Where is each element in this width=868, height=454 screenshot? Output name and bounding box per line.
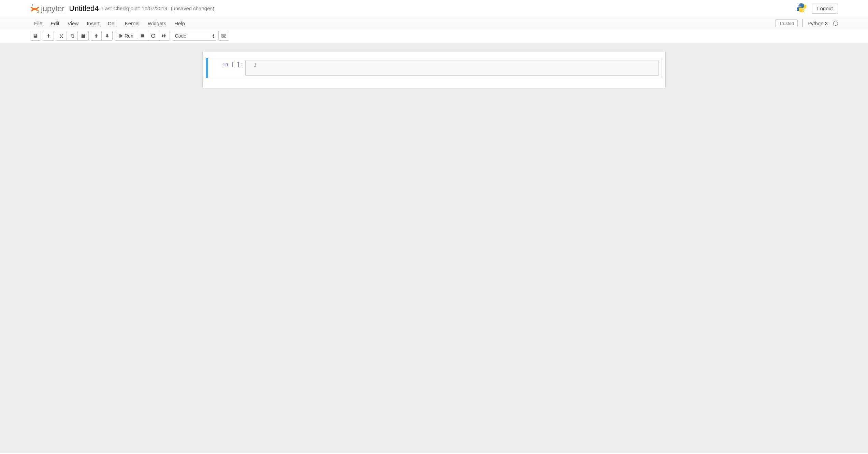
restart-run-all-button[interactable] — [159, 31, 170, 41]
code-cell[interactable]: In [ ]: 1 — [206, 58, 662, 78]
fast-forward-icon — [162, 33, 167, 38]
run-button[interactable]: Run — [115, 31, 137, 41]
menu-kernel[interactable]: Kernel — [121, 18, 144, 29]
move-down-button[interactable] — [102, 31, 113, 41]
menubar-right: Trusted Python 3 — [775, 19, 838, 27]
jupyter-logo[interactable]: jupyter — [30, 4, 64, 13]
save-icon — [33, 33, 38, 38]
svg-point-2 — [799, 4, 800, 5]
scissors-icon — [59, 33, 64, 38]
jupyter-logo-text: jupyter — [41, 4, 64, 13]
keyboard-icon — [221, 33, 226, 38]
stop-icon — [140, 33, 145, 38]
notebook-area: In [ ]: 1 — [0, 43, 868, 453]
cell-prompt: In [ ]: — [208, 60, 245, 76]
paste-button[interactable] — [78, 31, 89, 41]
run-button-label: Run — [125, 33, 133, 39]
copy-icon — [70, 33, 75, 38]
svg-rect-9 — [224, 35, 225, 35]
paste-icon — [81, 33, 86, 38]
play-step-icon — [118, 33, 123, 38]
arrow-up-icon — [94, 33, 99, 38]
line-number: 1 — [246, 60, 259, 75]
logout-button[interactable]: Logout — [812, 3, 838, 14]
kernel-separator — [802, 19, 803, 27]
unsaved-changes-label: (unsaved changes) — [171, 5, 214, 11]
arrow-down-icon — [105, 33, 110, 38]
move-group — [91, 31, 113, 41]
kernel-name[interactable]: Python 3 — [808, 20, 828, 26]
svg-point-3 — [802, 10, 804, 11]
menu-edit[interactable]: Edit — [46, 18, 63, 29]
restart-icon — [151, 33, 156, 38]
menubar-container: File Edit View Insert Cell Kernel Widget… — [0, 17, 868, 43]
stop-button[interactable] — [137, 31, 148, 41]
cell-type-select-wrap: Code ▴▾ — [172, 31, 216, 41]
svg-rect-7 — [223, 35, 223, 35]
svg-point-1 — [37, 12, 39, 13]
jupyter-logo-icon — [30, 4, 40, 13]
svg-rect-11 — [222, 36, 225, 36]
cell-type-select[interactable]: Code — [172, 31, 216, 41]
svg-rect-5 — [221, 34, 226, 37]
clipboard-group — [56, 31, 89, 41]
menu-help[interactable]: Help — [170, 18, 189, 29]
trusted-indicator[interactable]: Trusted — [775, 19, 798, 27]
command-palette-button[interactable] — [218, 31, 229, 41]
svg-rect-4 — [141, 34, 144, 37]
notebook-title[interactable]: Untitled4 — [69, 4, 99, 13]
code-input[interactable] — [259, 60, 659, 75]
menu-view[interactable]: View — [63, 18, 83, 29]
python-logo-icon — [796, 3, 807, 14]
menu-cell[interactable]: Cell — [104, 18, 121, 29]
run-group: Run — [115, 31, 170, 41]
svg-rect-6 — [222, 35, 222, 35]
notebook-container: In [ ]: 1 — [203, 52, 665, 88]
copy-button[interactable] — [67, 31, 78, 41]
svg-point-0 — [32, 4, 33, 5]
menu-file[interactable]: File — [30, 18, 46, 29]
header-right: Logout — [796, 3, 838, 14]
cut-button[interactable] — [56, 31, 67, 41]
svg-rect-10 — [225, 35, 225, 35]
checkpoint-label: Last Checkpoint: 10/07/2019 — [102, 5, 167, 11]
restart-button[interactable] — [148, 31, 159, 41]
svg-rect-8 — [223, 35, 224, 35]
move-up-button[interactable] — [91, 31, 102, 41]
toolbar: Run Code ▴▾ — [0, 29, 868, 43]
menu-widgets[interactable]: Widgets — [144, 18, 170, 29]
code-input-wrap: 1 — [245, 60, 659, 76]
save-button[interactable] — [30, 31, 41, 41]
kernel-idle-icon — [833, 21, 838, 26]
plus-icon — [46, 33, 51, 38]
header: jupyter Untitled4 Last Checkpoint: 10/07… — [0, 0, 868, 17]
menu-insert[interactable]: Insert — [83, 18, 104, 29]
menubar: File Edit View Insert Cell Kernel Widget… — [0, 17, 868, 29]
add-cell-button[interactable] — [43, 31, 54, 41]
